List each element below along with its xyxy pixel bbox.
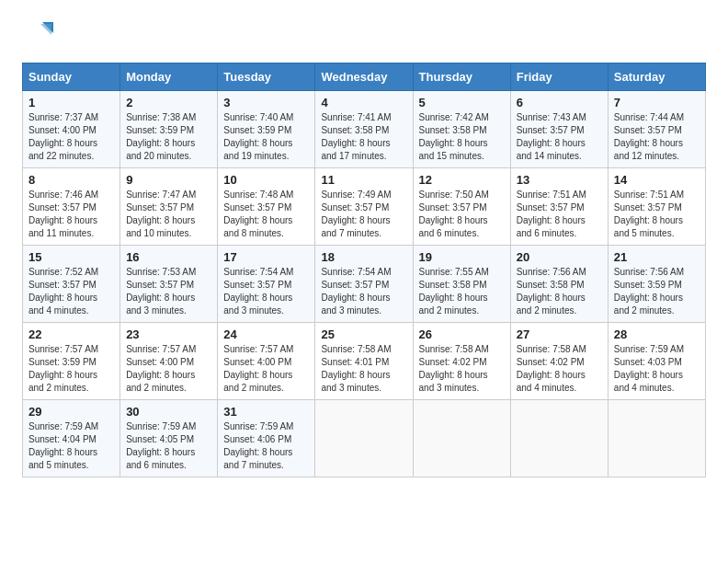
day-info: Sunrise: 7:56 AM Sunset: 3:58 PM Dayligh… [517, 266, 602, 317]
day-number: 29 [28, 405, 114, 419]
day-info: Sunrise: 7:40 AM Sunset: 3:59 PM Dayligh… [223, 111, 309, 163]
day-info: Sunrise: 7:54 AM Sunset: 3:57 PM Dayligh… [321, 266, 406, 317]
sunrise-label: Sunrise: 7:42 AM [419, 112, 489, 122]
day-number: 18 [321, 250, 406, 264]
sunrise-label: Sunrise: 7:58 AM [419, 344, 489, 354]
calendar-cell: 9 Sunrise: 7:47 AM Sunset: 3:57 PM Dayli… [120, 168, 218, 246]
sunrise-label: Sunrise: 7:59 AM [223, 421, 293, 431]
calendar-cell: 7 Sunrise: 7:44 AM Sunset: 3:57 PM Dayli… [608, 91, 705, 168]
daylight-label: Daylight: 8 hours and 20 minutes. [126, 138, 195, 161]
sunset-label: Sunset: 3:59 PM [126, 125, 194, 135]
calendar-cell: 21 Sunrise: 7:56 AM Sunset: 3:59 PM Dayl… [608, 246, 705, 323]
day-info: Sunrise: 7:56 AM Sunset: 3:59 PM Dayligh… [614, 266, 700, 317]
day-number: 24 [223, 327, 309, 341]
sunrise-label: Sunrise: 7:53 AM [126, 267, 196, 277]
sunrise-label: Sunrise: 7:51 AM [517, 190, 586, 200]
sunset-label: Sunset: 4:05 PM [126, 434, 194, 444]
calendar-cell [413, 400, 510, 477]
sunset-label: Sunset: 4:06 PM [223, 434, 291, 444]
calendar-cell: 5 Sunrise: 7:42 AM Sunset: 3:58 PM Dayli… [413, 91, 510, 168]
sunset-label: Sunset: 3:57 PM [223, 202, 291, 213]
day-info: Sunrise: 7:59 AM Sunset: 4:04 PM Dayligh… [28, 420, 114, 472]
sunset-label: Sunset: 3:58 PM [419, 280, 487, 290]
sunset-label: Sunset: 3:57 PM [321, 280, 389, 290]
daylight-label: Daylight: 8 hours and 2 minutes. [28, 370, 97, 393]
daylight-label: Daylight: 8 hours and 6 minutes. [419, 215, 488, 238]
day-number: 31 [223, 405, 309, 419]
sunset-label: Sunset: 3:57 PM [321, 202, 389, 213]
sunset-label: Sunset: 3:57 PM [126, 280, 194, 290]
sunrise-label: Sunrise: 7:57 AM [223, 344, 293, 354]
day-info: Sunrise: 7:51 AM Sunset: 3:57 PM Dayligh… [614, 189, 700, 240]
day-info: Sunrise: 7:47 AM Sunset: 3:57 PM Dayligh… [126, 189, 211, 240]
day-info: Sunrise: 7:37 AM Sunset: 4:00 PM Dayligh… [28, 111, 114, 163]
day-number: 12 [419, 173, 505, 187]
calendar-cell: 29 Sunrise: 7:59 AM Sunset: 4:04 PM Dayl… [23, 400, 120, 477]
daylight-label: Daylight: 8 hours and 2 minutes. [419, 293, 488, 316]
sunrise-label: Sunrise: 7:57 AM [126, 344, 196, 354]
sunrise-label: Sunrise: 7:56 AM [517, 267, 586, 277]
sunset-label: Sunset: 3:57 PM [126, 202, 194, 213]
daylight-label: Daylight: 8 hours and 19 minutes. [223, 138, 292, 161]
sunset-label: Sunset: 3:57 PM [28, 280, 97, 290]
calendar-cell: 28 Sunrise: 7:59 AM Sunset: 4:03 PM Dayl… [608, 323, 705, 400]
sunset-label: Sunset: 4:02 PM [517, 357, 585, 367]
sunset-label: Sunset: 4:00 PM [223, 357, 291, 367]
day-number: 25 [321, 327, 406, 341]
daylight-label: Daylight: 8 hours and 3 minutes. [321, 293, 390, 316]
sunrise-label: Sunrise: 7:54 AM [223, 267, 293, 277]
sunrise-label: Sunrise: 7:37 AM [28, 112, 98, 122]
logo-icon [22, 18, 55, 52]
sunrise-label: Sunrise: 7:44 AM [614, 112, 684, 122]
day-number: 20 [517, 250, 602, 264]
sunset-label: Sunset: 4:00 PM [28, 125, 97, 135]
calendar-cell [608, 400, 705, 477]
calendar-cell: 4 Sunrise: 7:41 AM Sunset: 3:58 PM Dayli… [315, 91, 413, 168]
day-info: Sunrise: 7:43 AM Sunset: 3:57 PM Dayligh… [517, 111, 602, 163]
calendar-week-row: 29 Sunrise: 7:59 AM Sunset: 4:04 PM Dayl… [23, 400, 706, 477]
logo [22, 18, 59, 52]
calendar-cell: 2 Sunrise: 7:38 AM Sunset: 3:59 PM Dayli… [120, 91, 218, 168]
calendar-cell: 30 Sunrise: 7:59 AM Sunset: 4:05 PM Dayl… [120, 400, 218, 477]
weekday-header-monday: Monday [120, 63, 218, 91]
sunset-label: Sunset: 3:59 PM [28, 357, 97, 367]
sunrise-label: Sunrise: 7:57 AM [28, 344, 98, 354]
svg-marker-1 [40, 24, 51, 35]
sunrise-label: Sunrise: 7:55 AM [419, 267, 489, 277]
daylight-label: Daylight: 8 hours and 22 minutes. [28, 138, 97, 161]
daylight-label: Daylight: 8 hours and 7 minutes. [223, 447, 292, 470]
day-info: Sunrise: 7:44 AM Sunset: 3:57 PM Dayligh… [614, 111, 700, 163]
sunset-label: Sunset: 4:00 PM [126, 357, 194, 367]
daylight-label: Daylight: 8 hours and 15 minutes. [419, 138, 488, 161]
calendar-week-row: 22 Sunrise: 7:57 AM Sunset: 3:59 PM Dayl… [23, 323, 706, 400]
day-number: 1 [28, 96, 114, 109]
calendar-cell: 12 Sunrise: 7:50 AM Sunset: 3:57 PM Dayl… [413, 168, 510, 246]
day-number: 16 [126, 250, 211, 264]
day-number: 9 [126, 173, 211, 187]
weekday-header-saturday: Saturday [608, 63, 705, 91]
day-number: 5 [419, 96, 505, 109]
day-number: 4 [321, 96, 406, 109]
day-number: 26 [419, 327, 505, 341]
daylight-label: Daylight: 8 hours and 6 minutes. [517, 215, 586, 238]
daylight-label: Daylight: 8 hours and 11 minutes. [28, 215, 97, 238]
sunrise-label: Sunrise: 7:38 AM [126, 112, 196, 122]
sunset-label: Sunset: 3:59 PM [614, 280, 682, 290]
sunset-label: Sunset: 3:58 PM [517, 280, 585, 290]
calendar-cell: 18 Sunrise: 7:54 AM Sunset: 3:57 PM Dayl… [315, 246, 413, 323]
daylight-label: Daylight: 8 hours and 3 minutes. [126, 293, 195, 316]
sunrise-label: Sunrise: 7:51 AM [614, 190, 684, 200]
calendar-cell: 3 Sunrise: 7:40 AM Sunset: 3:59 PM Dayli… [218, 91, 315, 168]
day-info: Sunrise: 7:58 AM Sunset: 4:02 PM Dayligh… [517, 343, 602, 395]
day-info: Sunrise: 7:46 AM Sunset: 3:57 PM Dayligh… [28, 189, 114, 240]
weekday-header-tuesday: Tuesday [218, 63, 315, 91]
calendar-cell: 10 Sunrise: 7:48 AM Sunset: 3:57 PM Dayl… [218, 168, 315, 246]
calendar-cell: 19 Sunrise: 7:55 AM Sunset: 3:58 PM Dayl… [413, 246, 510, 323]
calendar-cell: 22 Sunrise: 7:57 AM Sunset: 3:59 PM Dayl… [23, 323, 120, 400]
sunrise-label: Sunrise: 7:40 AM [223, 112, 293, 122]
daylight-label: Daylight: 8 hours and 4 minutes. [614, 370, 683, 393]
daylight-label: Daylight: 8 hours and 6 minutes. [126, 447, 195, 470]
day-number: 11 [321, 173, 406, 187]
calendar-cell: 31 Sunrise: 7:59 AM Sunset: 4:06 PM Dayl… [218, 400, 315, 477]
calendar-cell: 17 Sunrise: 7:54 AM Sunset: 3:57 PM Dayl… [218, 246, 315, 323]
